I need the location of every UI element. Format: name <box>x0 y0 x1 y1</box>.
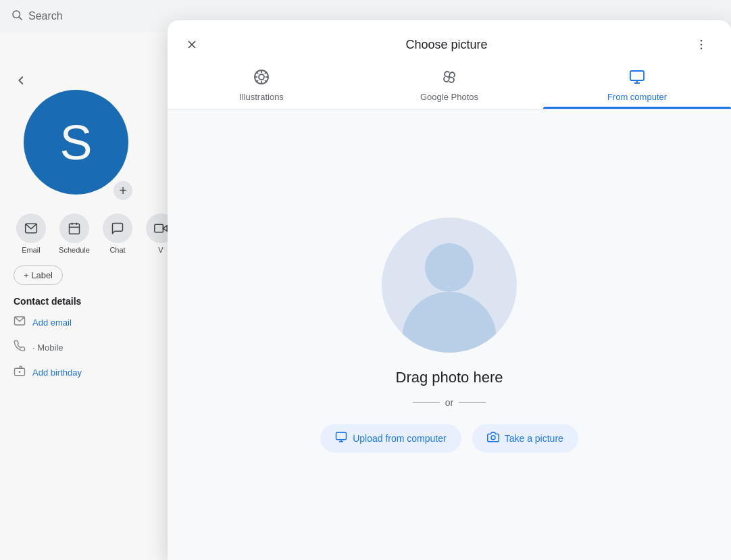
svg-point-16 <box>701 48 703 50</box>
contact-details-title: Contact details <box>14 296 155 307</box>
phone-number: · Mobile <box>32 342 64 353</box>
or-line-right <box>459 402 486 403</box>
add-email-text[interactable]: Add email <box>32 317 72 328</box>
google-photos-icon <box>441 69 457 89</box>
svg-point-15 <box>701 44 703 46</box>
action-buttons: Upload from computer Take a picture <box>320 424 578 453</box>
label-btn-text: + Label <box>24 270 53 280</box>
chat-label: Chat <box>109 246 125 254</box>
svg-rect-30 <box>336 432 347 440</box>
or-line-left <box>413 402 440 403</box>
modal-close-button[interactable] <box>178 31 205 58</box>
contact-details: Contact details Add email · Mobile <box>14 296 155 390</box>
from-computer-label: From computer <box>607 92 667 102</box>
avatar-head <box>425 243 474 292</box>
birthday-icon <box>14 365 26 380</box>
take-picture-button[interactable]: Take a picture <box>472 424 578 453</box>
email-icon <box>16 213 46 243</box>
modal-content: Drag photo here or Upload from computer <box>168 109 731 560</box>
chat-action[interactable]: Chat <box>100 213 135 254</box>
drag-text: Drag photo here <box>396 369 503 386</box>
add-birthday-text[interactable]: Add birthday <box>32 367 82 378</box>
tab-illustrations[interactable]: Illustrations <box>168 63 355 109</box>
modal-header: Choose picture <box>168 20 731 58</box>
camera-icon <box>487 431 499 446</box>
phone-icon <box>14 340 26 355</box>
schedule-icon <box>59 213 89 243</box>
svg-rect-27 <box>630 71 644 80</box>
svg-rect-8 <box>155 224 163 232</box>
avatar-plus-button[interactable]: + <box>112 180 134 201</box>
tab-from-computer[interactable]: From computer <box>543 63 731 109</box>
back-arrow[interactable] <box>14 73 28 91</box>
video-label: V <box>158 246 163 254</box>
svg-marker-7 <box>163 226 167 231</box>
upload-btn-label: Upload from computer <box>353 433 447 444</box>
email-label: Email <box>22 246 41 254</box>
label-button[interactable]: + Label <box>14 265 63 285</box>
or-divider: or <box>413 397 486 408</box>
modal-dialog: Choose picture <box>168 20 731 560</box>
upload-icon <box>335 431 347 446</box>
search-icon <box>11 9 23 24</box>
schedule-label: Schedule <box>59 246 90 254</box>
modal-tabs: Illustrations Google Photos <box>168 63 731 109</box>
svg-point-33 <box>491 435 495 439</box>
email-action[interactable]: Email <box>14 213 49 254</box>
svg-rect-3 <box>70 224 80 234</box>
avatar-letter: S <box>59 118 92 167</box>
illustrations-label: Illustrations <box>239 92 284 102</box>
svg-line-1 <box>19 17 22 20</box>
chat-icon <box>103 213 132 243</box>
phone-row: · Mobile <box>14 340 155 355</box>
svg-point-18 <box>259 74 264 80</box>
from-computer-icon <box>629 69 645 89</box>
svg-point-14 <box>701 40 703 42</box>
contact-panel: S + Email Schedule <box>0 32 169 560</box>
google-photos-label: Google Photos <box>420 92 478 102</box>
illustrations-icon <box>253 69 270 89</box>
tab-google-photos[interactable]: Google Photos <box>355 63 543 109</box>
modal-more-button[interactable] <box>688 31 715 58</box>
svg-point-0 <box>13 11 20 18</box>
action-row: Email Schedule Chat <box>14 213 178 254</box>
or-text-label: or <box>445 397 453 408</box>
modal-title: Choose picture <box>205 38 688 52</box>
avatar-placeholder <box>382 218 517 353</box>
birthday-row[interactable]: Add birthday <box>14 365 155 380</box>
add-email-row[interactable]: Add email <box>14 315 155 330</box>
upload-from-computer-button[interactable]: Upload from computer <box>320 424 461 453</box>
avatar: S <box>24 90 128 195</box>
avatar-body <box>402 292 497 353</box>
email-detail-icon <box>14 315 26 330</box>
schedule-action[interactable]: Schedule <box>57 213 92 254</box>
search-text: Search <box>28 10 63 22</box>
camera-btn-label: Take a picture <box>505 433 563 444</box>
